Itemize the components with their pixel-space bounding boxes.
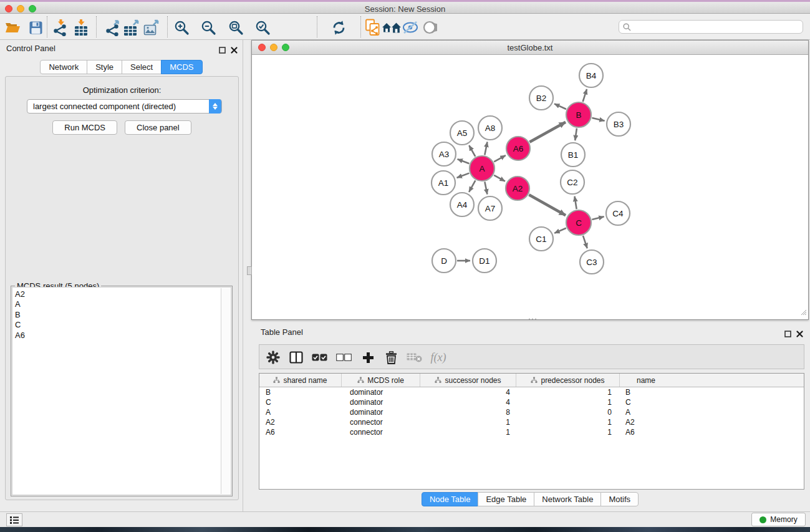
cell-shared-name[interactable]: A6 xyxy=(259,427,342,437)
zoom-out-icon[interactable] xyxy=(199,18,218,37)
zoom-in-icon[interactable] xyxy=(172,18,191,37)
result-scrollbar[interactable] xyxy=(221,288,230,494)
cell-predecessor-nodes[interactable]: 1 xyxy=(516,397,620,407)
select-all-columns-icon[interactable] xyxy=(311,349,328,366)
graph-edge-A6-B[interactable] xyxy=(529,122,566,142)
delete-table-icon[interactable] xyxy=(405,349,423,366)
tab-select[interactable]: Select xyxy=(122,60,162,74)
export-network-icon[interactable] xyxy=(104,18,122,37)
save-session-icon[interactable] xyxy=(26,18,45,37)
float-table-panel-icon[interactable] xyxy=(784,329,791,340)
result-item[interactable]: A xyxy=(15,299,231,309)
tab-edge-table[interactable]: Edge Table xyxy=(478,492,534,506)
tab-mcds[interactable]: MCDS xyxy=(161,60,202,74)
horizontal-splitter-grip[interactable] xyxy=(528,312,537,323)
open-file-icon[interactable] xyxy=(3,18,22,37)
graph-edge-A-A7[interactable] xyxy=(485,182,487,195)
graph-edge-C-C2[interactable] xyxy=(574,196,576,210)
column-header-shared-name[interactable]: shared name xyxy=(259,374,342,387)
show-panel-eye-icon[interactable] xyxy=(420,18,439,37)
cell-name[interactable]: B xyxy=(620,387,672,397)
clone-network-icon[interactable] xyxy=(364,18,382,37)
run-mcds-button[interactable]: Run MCDS xyxy=(52,120,117,135)
graph-edge-C-C4[interactable] xyxy=(592,216,604,220)
cell-successor-nodes[interactable]: 4 xyxy=(420,387,516,397)
select-spinner-icon[interactable] xyxy=(209,99,221,114)
deselect-all-columns-icon[interactable] xyxy=(335,349,352,366)
column-header-successor-nodes[interactable]: successor nodes xyxy=(420,374,516,387)
result-item[interactable]: B xyxy=(15,310,231,320)
cell-predecessor-nodes[interactable]: 1 xyxy=(516,417,620,427)
hide-panel-eye-icon[interactable] xyxy=(401,18,420,37)
function-builder-icon[interactable]: f(x) xyxy=(430,349,447,366)
import-network-icon[interactable] xyxy=(51,18,70,37)
float-panel-icon[interactable] xyxy=(219,45,226,56)
mcds-result-list[interactable]: A2 A B C A6 xyxy=(12,287,231,495)
network-graph[interactable]: AA1A2A3A4A5A6A7A8BB1B2B3B4CC1C2C3C4DD1 xyxy=(253,56,809,320)
import-table-icon[interactable] xyxy=(72,18,90,37)
export-image-icon[interactable] xyxy=(142,18,161,37)
cell-shared-name[interactable]: B xyxy=(259,387,342,397)
network-canvas[interactable]: AA1A2A3A4A5A6A7A8BB1B2B3B4CC1C2C3C4DD1 xyxy=(253,56,808,319)
tab-node-table[interactable]: Node Table xyxy=(422,492,479,506)
cell-successor-nodes[interactable]: 1 xyxy=(420,427,516,437)
cell-mcds-role[interactable]: dominator xyxy=(342,387,420,397)
column-header-mcds-role[interactable]: MCDS role xyxy=(342,374,420,387)
tab-style[interactable]: Style xyxy=(87,60,122,74)
cell-mcds-role[interactable]: connector xyxy=(342,417,420,427)
graph-edge-C-C3[interactable] xyxy=(583,236,587,248)
result-item[interactable]: C xyxy=(15,320,231,330)
column-header-predecessor-nodes[interactable]: predecessor nodes xyxy=(516,374,620,387)
close-table-panel-icon[interactable] xyxy=(796,329,803,340)
graph-edge-B-B1[interactable] xyxy=(575,128,577,140)
add-column-icon[interactable] xyxy=(359,349,377,366)
close-panel-icon[interactable] xyxy=(231,45,238,56)
cell-successor-nodes[interactable]: 1 xyxy=(420,417,516,427)
table-row[interactable]: A2 connector 1 1 A2 xyxy=(259,417,804,427)
search-field[interactable] xyxy=(619,20,803,34)
column-header-name[interactable]: name xyxy=(620,374,672,387)
cell-successor-nodes[interactable]: 4 xyxy=(420,397,516,407)
optimization-criterion-select[interactable]: largest connected component (directed) xyxy=(27,99,222,114)
graph-edge-C-C1[interactable] xyxy=(554,228,566,233)
task-history-button[interactable] xyxy=(6,513,22,526)
cell-successor-nodes[interactable]: 8 xyxy=(420,407,516,417)
cell-name[interactable]: C xyxy=(620,397,672,407)
export-table-icon[interactable] xyxy=(122,18,141,37)
cell-shared-name[interactable]: A2 xyxy=(259,417,342,427)
cell-name[interactable]: A xyxy=(620,407,672,417)
result-item[interactable]: A2 xyxy=(15,289,231,299)
table-row[interactable]: A dominator 8 0 A xyxy=(259,407,804,417)
graph-edge-A-A8[interactable] xyxy=(485,142,487,155)
cell-name[interactable]: A2 xyxy=(620,417,672,427)
memory-button[interactable]: Memory xyxy=(751,513,806,526)
node-table[interactable]: shared name MCDS role successor nodes pr… xyxy=(259,373,804,490)
cell-mcds-role[interactable]: dominator xyxy=(342,407,420,417)
tab-network-table[interactable]: Network Table xyxy=(534,492,601,506)
home-pair-icon[interactable] xyxy=(382,18,401,37)
graph-edge-A-A1[interactable] xyxy=(457,173,470,178)
search-input[interactable] xyxy=(634,22,799,31)
result-item[interactable]: A6 xyxy=(15,331,231,341)
zoom-fit-icon[interactable] xyxy=(226,18,245,37)
splitter-handle[interactable] xyxy=(247,266,252,275)
cell-predecessor-nodes[interactable]: 1 xyxy=(516,387,620,397)
graph-edge-A2-C[interactable] xyxy=(529,195,566,215)
resize-grip-icon[interactable] xyxy=(799,307,807,318)
show-columns-icon[interactable] xyxy=(287,349,305,366)
cell-shared-name[interactable]: C xyxy=(259,397,342,407)
tab-network[interactable]: Network xyxy=(40,60,87,74)
table-settings-gear-icon[interactable] xyxy=(264,349,282,366)
cell-shared-name[interactable]: A xyxy=(259,407,342,417)
zoom-selected-icon[interactable] xyxy=(253,18,272,37)
close-panel-button[interactable]: Close panel xyxy=(125,120,191,135)
graph-edge-B-B3[interactable] xyxy=(592,118,604,121)
cell-mcds-role[interactable]: dominator xyxy=(342,397,420,407)
cell-predecessor-nodes[interactable]: 1 xyxy=(516,427,620,437)
cell-mcds-role[interactable]: connector xyxy=(342,427,420,437)
network-window-titlebar[interactable]: testGlobe.txt xyxy=(252,41,808,55)
table-row[interactable]: C dominator 4 1 C xyxy=(259,397,804,407)
table-row[interactable]: A6 connector 1 1 A6 xyxy=(259,427,804,437)
graph-edge-A-A5[interactable] xyxy=(469,145,475,157)
table-row[interactable]: B dominator 4 1 B xyxy=(259,387,804,397)
